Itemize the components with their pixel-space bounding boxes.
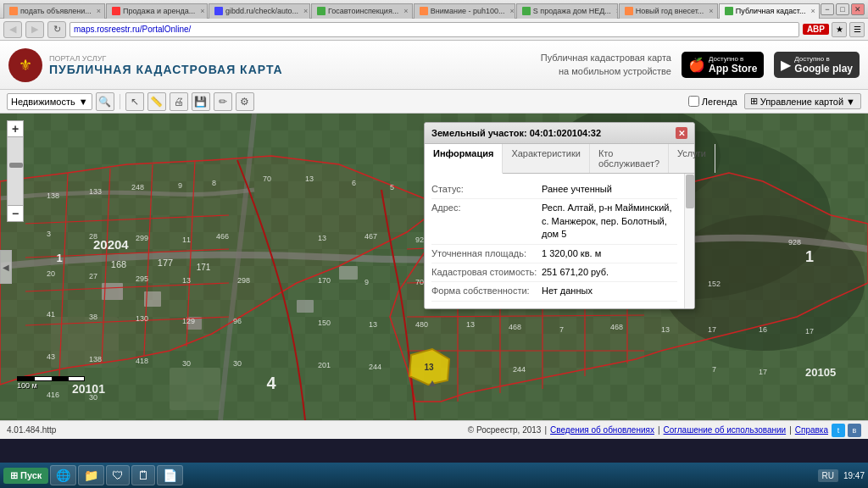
svg-text:1: 1: [805, 248, 814, 265]
tab-close-7[interactable]: ×: [810, 7, 815, 15]
start-button[interactable]: ⊞ Пуск: [3, 468, 48, 484]
popup-scrollbar[interactable]: [684, 174, 694, 308]
windows-icon: ⊞: [10, 470, 18, 481]
svg-text:177: 177: [158, 258, 173, 268]
tab-5[interactable]: S продажа дом НЕД... ×: [516, 3, 618, 19]
minimize-button[interactable]: −: [821, 3, 834, 15]
updates-link[interactable]: Сведения об обновлениях: [550, 425, 654, 435]
info-popup: Земельный участок: 04:01:020104:32 ✕ Инф…: [424, 122, 695, 309]
svg-text:168: 168: [111, 259, 126, 269]
play-icon: ▶: [781, 57, 791, 73]
twitter-icon[interactable]: t: [832, 424, 845, 437]
tab-3[interactable]: Госавтоинспекция... ×: [311, 3, 413, 19]
tab-1[interactable]: Продажа и аренда... ×: [106, 3, 208, 19]
status-bar: 4.01.484.http © Росреестр, 2013 | Сведен…: [0, 420, 868, 439]
close-button[interactable]: ✕: [851, 3, 865, 15]
search-tool-button[interactable]: 🔍: [96, 92, 114, 111]
status-right: © Росреестр, 2013 | Сведения об обновлен…: [468, 424, 861, 437]
abr-button[interactable]: ABP: [803, 24, 829, 35]
popup-row-cadvalue: Кадастровая стоимость: 251 671,20 руб.: [431, 263, 677, 282]
popup-tab-service[interactable]: Кто обслуживает?: [590, 144, 669, 173]
map-background: 1 168 177 171 20204 4 20101 20101 20105 …: [0, 114, 868, 420]
maximize-button[interactable]: □: [836, 3, 849, 15]
url-bar[interactable]: maps.rosreestr.ru/PortalOnline/: [70, 22, 799, 37]
taskbar-item-4[interactable]: 🗒: [131, 465, 155, 485]
status-label: Статус:: [431, 183, 542, 196]
map-left-nav[interactable]: ◀: [0, 250, 12, 284]
legend-checkbox[interactable]: [688, 96, 699, 107]
tab-2[interactable]: gibdd.ru/check/auto... ×: [209, 3, 310, 19]
zoom-in-button[interactable]: +: [7, 120, 24, 137]
draw-tool-button[interactable]: ✏: [214, 92, 232, 111]
mobile-text-line1: Публичная кадастровая карта: [541, 52, 671, 64]
manage-map-button[interactable]: ⊞ Управление картой ▼: [744, 93, 861, 109]
googleplay-available: Доступно в: [794, 55, 853, 63]
print-tool-button[interactable]: 🖨: [170, 92, 188, 111]
tab-close-1[interactable]: ×: [200, 7, 204, 15]
taskbar-item-2[interactable]: 📁: [78, 465, 104, 485]
taskbar-item-3[interactable]: 🛡: [106, 465, 130, 485]
measure-tool-button[interactable]: 📏: [147, 92, 166, 111]
tab-close-5[interactable]: ×: [616, 7, 618, 15]
taskbar-item-1[interactable]: 🌐: [50, 465, 76, 485]
scale-text: 100 м: [17, 381, 37, 390]
popup-tab-services[interactable]: Услуги: [669, 144, 715, 173]
mobile-text: Публичная кадастровая карта на мобильном…: [541, 52, 671, 78]
svg-text:416: 416: [47, 391, 59, 399]
svg-text:130: 130: [136, 314, 148, 323]
back-button[interactable]: ◀: [3, 21, 22, 38]
tab-7[interactable]: Публичная кадаст... ×: [719, 3, 820, 19]
svg-rect-13: [339, 266, 358, 280]
svg-text:244: 244: [369, 363, 381, 371]
svg-text:13: 13: [369, 320, 377, 329]
map-container[interactable]: 1 168 177 171 20204 4 20101 20101 20105 …: [0, 114, 868, 420]
tab-6[interactable]: Новый год внесет... ×: [619, 3, 718, 19]
popup-tab-info[interactable]: Информация: [425, 144, 503, 174]
reload-button[interactable]: ↻: [47, 21, 66, 38]
tab-favicon-4: [420, 7, 428, 15]
svg-text:7: 7: [559, 325, 564, 334]
legend-toggle[interactable]: Легенда: [688, 96, 737, 107]
address-value: Респ. Алтай, р-н Майминский, с. Манжерок…: [542, 202, 677, 241]
popup-close-button[interactable]: ✕: [676, 127, 687, 139]
pointer-tool-button[interactable]: ↖: [125, 92, 144, 111]
scale-bar: 100 м: [17, 376, 85, 390]
appstore-button[interactable]: 🍎 Доступно в App Store: [682, 52, 764, 78]
popup-tab-characteristics[interactable]: Характеристики: [503, 144, 590, 173]
save-tool-button[interactable]: 💾: [192, 92, 210, 111]
tab-0[interactable]: подать объявлени... ×: [3, 3, 105, 19]
tab-close-4[interactable]: ×: [509, 7, 514, 15]
toolbar-icon-1[interactable]: ★: [832, 22, 847, 37]
forward-button[interactable]: ▶: [25, 21, 44, 38]
svg-text:70: 70: [263, 175, 271, 183]
toolbar-icon-2[interactable]: ☰: [849, 22, 865, 37]
zoom-slider[interactable]: [7, 137, 24, 205]
tab-close-0[interactable]: ×: [97, 7, 101, 15]
logo-text: ПОРТАЛ УСЛУГ ПУБЛИЧНАЯ КАДАСТРОВАЯ КАРТА: [49, 54, 283, 76]
property-type-dropdown[interactable]: Недвижимость ▼: [7, 93, 92, 110]
ownership-value: Нет данных: [542, 285, 677, 297]
toolbar-right: Легенда ⊞ Управление картой ▼: [688, 93, 861, 109]
tab-close-6[interactable]: ×: [709, 7, 713, 15]
logo-subtitle: ПОРТАЛ УСЛУГ: [49, 54, 283, 63]
svg-text:4: 4: [266, 374, 276, 392]
status-value: Ранее учтенный: [542, 183, 677, 196]
settings-tool-button[interactable]: ⚙: [236, 92, 254, 111]
zoom-out-button[interactable]: −: [7, 205, 24, 222]
svg-rect-8: [170, 368, 220, 410]
appstore-available: Доступно в: [709, 55, 757, 63]
svg-text:171: 171: [197, 263, 211, 272]
tab-close-2[interactable]: ×: [303, 7, 308, 15]
svg-text:133: 133: [89, 187, 102, 196]
taskbar-item-5[interactable]: 📄: [157, 465, 183, 485]
tab-close-3[interactable]: ×: [403, 7, 408, 15]
help-link[interactable]: Справка: [795, 425, 828, 435]
language-indicator[interactable]: RU: [818, 469, 838, 482]
tab-4[interactable]: Внимание - puh100... ×: [414, 3, 515, 19]
agreement-link[interactable]: Соглашение об использовании: [664, 425, 787, 435]
svg-text:11: 11: [182, 236, 191, 244]
tab-label-4: Внимание - puh100...: [431, 7, 505, 15]
googleplay-button[interactable]: ▶ Доступно в Google play: [774, 52, 860, 78]
vk-icon[interactable]: в: [848, 424, 861, 437]
svg-text:1: 1: [56, 252, 62, 264]
